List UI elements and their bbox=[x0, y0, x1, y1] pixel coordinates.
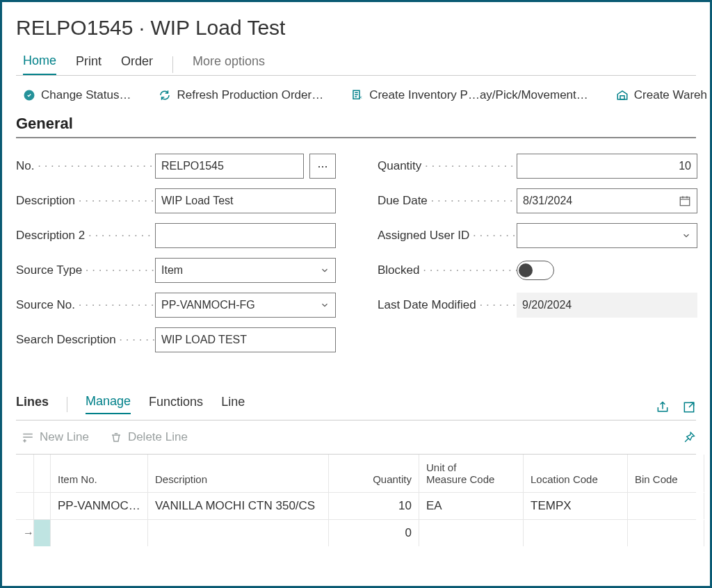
readonly-last-modified: 9/20/2024 bbox=[517, 293, 697, 318]
refresh-icon bbox=[159, 89, 171, 101]
table-row[interactable]: 0 bbox=[16, 519, 696, 546]
input-description2[interactable] bbox=[155, 223, 336, 248]
share-icon[interactable] bbox=[656, 400, 670, 414]
label-assigned-user: Assigned User ID bbox=[378, 229, 517, 243]
action-bar: Change Status… Refresh Production Order…… bbox=[2, 83, 710, 115]
label-no: No. bbox=[16, 159, 155, 173]
lines-grid: Item No. Description Quantity Unit of Me… bbox=[16, 454, 696, 546]
nav-more-options[interactable]: More options bbox=[193, 54, 265, 74]
grid-body: PP-VANMOC… VANILLA MOCHI CTN 350/CS 10 E… bbox=[16, 492, 696, 546]
cell-location[interactable]: TEMPX bbox=[524, 493, 628, 519]
row-handle[interactable] bbox=[16, 520, 34, 546]
cell-item-no[interactable]: PP-VANMOC… bbox=[51, 493, 148, 519]
new-line-button[interactable]: New Line bbox=[22, 430, 89, 444]
label-due-date: Due Date bbox=[378, 194, 517, 208]
action-create-inventory[interactable]: Create Inventory P…ay/Pick/Movement… bbox=[351, 88, 588, 102]
lines-title: Lines bbox=[16, 395, 49, 414]
action-refresh[interactable]: Refresh Production Order… bbox=[159, 88, 323, 102]
cell-quantity[interactable]: 0 bbox=[329, 520, 419, 546]
table-row[interactable]: PP-VANMOC… VANILLA MOCHI CTN 350/CS 10 E… bbox=[16, 492, 696, 519]
lines-header: Lines Manage Functions Line bbox=[2, 373, 710, 414]
cell-uom[interactable] bbox=[419, 520, 524, 546]
row-gutter bbox=[34, 520, 51, 546]
chevron-down-icon bbox=[681, 231, 691, 240]
select-source-type[interactable]: Item bbox=[155, 258, 336, 283]
nav-rule bbox=[16, 75, 696, 76]
col-selector bbox=[16, 455, 34, 492]
col-item-no[interactable]: Item No. bbox=[51, 455, 148, 492]
col-quantity[interactable]: Quantity bbox=[329, 455, 419, 492]
nav-order[interactable]: Order bbox=[121, 54, 153, 74]
input-due-date[interactable]: 8/31/2024 bbox=[517, 188, 697, 213]
new-line-icon bbox=[22, 431, 34, 443]
toggle-blocked[interactable] bbox=[517, 261, 554, 280]
chevron-down-icon bbox=[320, 266, 330, 275]
inventory-icon bbox=[351, 89, 364, 101]
action-create-warehouse-label: Create Wareh bbox=[634, 88, 707, 102]
pin-icon[interactable] bbox=[682, 430, 696, 444]
svg-rect-3 bbox=[680, 197, 690, 206]
input-no[interactable]: RELPO1545 bbox=[155, 154, 304, 179]
col-gutter bbox=[34, 455, 51, 492]
calendar-icon[interactable] bbox=[679, 195, 691, 207]
grid-header: Item No. Description Quantity Unit of Me… bbox=[16, 455, 696, 492]
select-assigned-user[interactable] bbox=[517, 223, 697, 248]
nav-home[interactable]: Home bbox=[23, 54, 56, 75]
nav-print[interactable]: Print bbox=[76, 54, 102, 74]
col-description[interactable]: Description bbox=[148, 455, 329, 492]
col-bin[interactable]: Bin Code bbox=[628, 455, 704, 492]
action-change-status-label: Change Status… bbox=[41, 88, 131, 102]
row-gutter bbox=[34, 493, 51, 519]
page-title: RELPO1545 · WIP Load Test bbox=[2, 2, 710, 47]
warehouse-icon bbox=[616, 89, 629, 101]
label-blocked: Blocked bbox=[378, 263, 517, 277]
input-search-description[interactable]: WIP LOAD TEST bbox=[155, 327, 336, 352]
general-form: No. RELPO1545 ··· Quantity 10 Descriptio… bbox=[2, 154, 710, 373]
action-change-status[interactable]: Change Status… bbox=[23, 88, 131, 102]
input-description[interactable]: WIP Load Test bbox=[155, 188, 336, 213]
general-title-rule bbox=[16, 137, 696, 138]
lines-tab-line[interactable]: Line bbox=[221, 395, 245, 414]
label-source-no: Source No. bbox=[16, 298, 155, 312]
label-source-type: Source Type bbox=[16, 263, 155, 277]
lines-toolbar: New Line Delete Line bbox=[2, 420, 710, 454]
label-search-description: Search Description bbox=[16, 333, 155, 347]
label-last-modified: Last Date Modified bbox=[378, 298, 517, 312]
general-title: General bbox=[2, 115, 710, 137]
label-description2: Description 2 bbox=[16, 229, 155, 243]
cell-description[interactable] bbox=[148, 520, 329, 546]
col-location[interactable]: Location Code bbox=[524, 455, 628, 492]
action-create-warehouse[interactable]: Create Wareh bbox=[616, 88, 707, 102]
cell-quantity[interactable]: 10 bbox=[329, 493, 419, 519]
cell-item-no[interactable] bbox=[51, 520, 148, 546]
input-quantity[interactable]: 10 bbox=[517, 154, 697, 179]
head-nav: Home Print Order More options bbox=[2, 47, 710, 75]
col-uom[interactable]: Unit of Measure Code bbox=[419, 455, 524, 492]
action-create-inventory-label: Create Inventory P…ay/Pick/Movement… bbox=[369, 88, 588, 102]
label-quantity: Quantity bbox=[378, 159, 517, 173]
delete-line-button[interactable]: Delete Line bbox=[110, 430, 188, 444]
cell-uom[interactable]: EA bbox=[419, 493, 524, 519]
lines-divider bbox=[67, 397, 67, 412]
action-refresh-label: Refresh Production Order… bbox=[177, 88, 323, 102]
nav-divider bbox=[172, 56, 173, 73]
lines-tab-functions[interactable]: Functions bbox=[149, 395, 203, 414]
lines-tab-manage[interactable]: Manage bbox=[86, 394, 131, 414]
cell-bin[interactable] bbox=[628, 520, 704, 546]
cell-description[interactable]: VANILLA MOCHI CTN 350/CS bbox=[148, 493, 329, 519]
no-more-button[interactable]: ··· bbox=[309, 154, 336, 179]
label-description: Description bbox=[16, 194, 155, 208]
cell-location[interactable] bbox=[524, 520, 628, 546]
svg-rect-2 bbox=[620, 96, 624, 99]
delete-line-icon bbox=[110, 431, 122, 443]
status-icon bbox=[23, 89, 35, 101]
cell-bin[interactable] bbox=[628, 493, 704, 519]
popout-icon[interactable] bbox=[682, 400, 696, 414]
row-handle[interactable] bbox=[16, 493, 34, 519]
chevron-down-icon bbox=[320, 300, 330, 310]
select-source-no[interactable]: PP-VANMOCH-FG bbox=[155, 293, 336, 318]
